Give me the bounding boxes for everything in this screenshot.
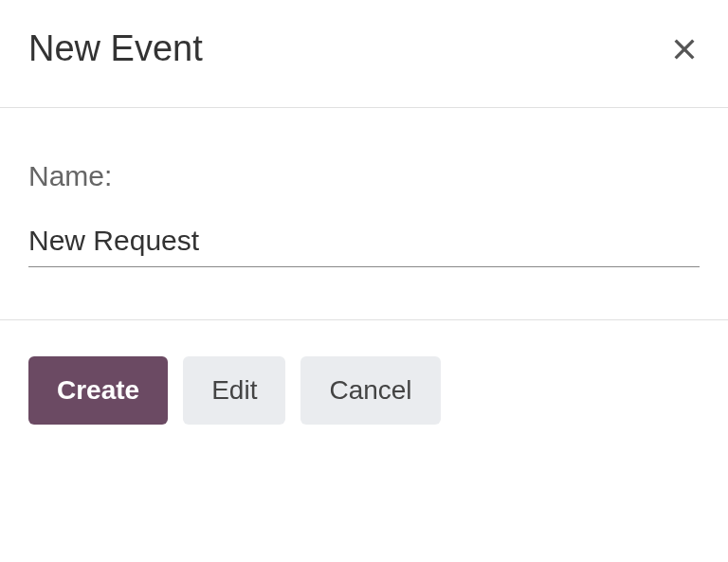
name-input[interactable]: [28, 219, 700, 267]
dialog-footer: Create Edit Cancel: [0, 320, 728, 461]
edit-button[interactable]: Edit: [183, 356, 285, 425]
close-button[interactable]: [669, 34, 700, 64]
dialog-body: Name:: [0, 108, 728, 320]
dialog-header: New Event: [0, 0, 728, 108]
name-label: Name:: [28, 160, 700, 192]
dialog-title: New Event: [28, 28, 203, 69]
create-button[interactable]: Create: [28, 356, 168, 425]
cancel-button[interactable]: Cancel: [300, 356, 440, 425]
close-icon: [669, 34, 700, 64]
